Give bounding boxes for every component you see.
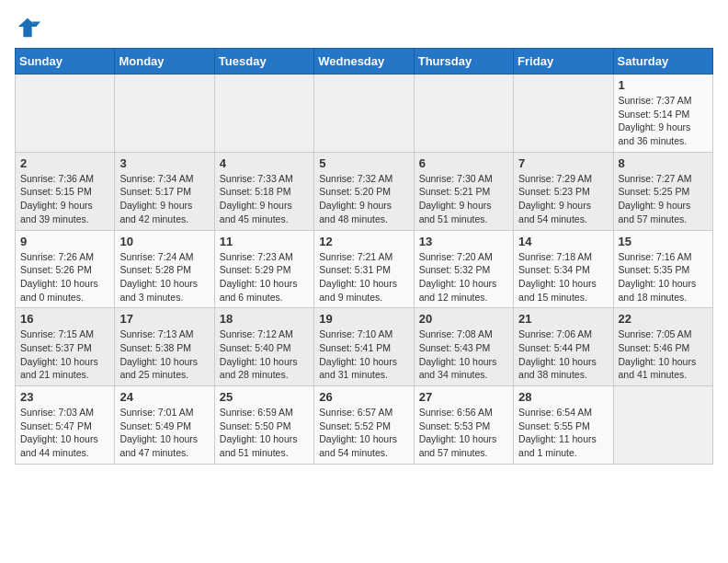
day-info: Sunrise: 6:54 AM Sunset: 5:55 PM Dayligh… bbox=[518, 406, 608, 460]
day-number: 3 bbox=[119, 156, 209, 170]
day-info: Sunrise: 7:16 AM Sunset: 5:35 PM Dayligh… bbox=[619, 250, 708, 304]
day-number: 23 bbox=[20, 390, 109, 404]
day-number: 15 bbox=[619, 235, 708, 248]
calendar-cell bbox=[514, 75, 613, 153]
day-info: Sunrise: 7:29 AM Sunset: 5:23 PM Dayligh… bbox=[518, 172, 608, 226]
day-info: Sunrise: 7:20 AM Sunset: 5:32 PM Dayligh… bbox=[419, 250, 508, 304]
day-info: Sunrise: 7:33 AM Sunset: 5:18 PM Dayligh… bbox=[220, 172, 309, 226]
day-number: 21 bbox=[518, 312, 608, 326]
day-info: Sunrise: 7:08 AM Sunset: 5:43 PM Dayligh… bbox=[419, 327, 508, 382]
day-number: 24 bbox=[119, 390, 209, 404]
calendar-cell: 10Sunrise: 7:24 AM Sunset: 5:28 PM Dayli… bbox=[115, 230, 214, 308]
day-number: 14 bbox=[518, 235, 608, 248]
calendar-cell: 16Sunrise: 7:15 AM Sunset: 5:37 PM Dayli… bbox=[16, 308, 115, 386]
day-info: Sunrise: 7:03 AM Sunset: 5:47 PM Dayligh… bbox=[20, 406, 109, 460]
day-info: Sunrise: 7:36 AM Sunset: 5:15 PM Dayligh… bbox=[20, 172, 109, 226]
day-info: Sunrise: 7:12 AM Sunset: 5:40 PM Dayligh… bbox=[220, 327, 309, 382]
calendar-cell: 13Sunrise: 7:20 AM Sunset: 5:32 PM Dayli… bbox=[414, 230, 513, 308]
day-number: 4 bbox=[220, 156, 309, 170]
day-info: Sunrise: 7:21 AM Sunset: 5:31 PM Dayligh… bbox=[319, 250, 408, 304]
day-number: 5 bbox=[319, 156, 408, 170]
day-number: 8 bbox=[619, 156, 708, 170]
day-number: 28 bbox=[518, 390, 608, 404]
calendar-cell: 17Sunrise: 7:13 AM Sunset: 5:38 PM Dayli… bbox=[115, 308, 214, 386]
calendar-cell: 19Sunrise: 7:10 AM Sunset: 5:41 PM Dayli… bbox=[314, 308, 414, 386]
calendar-cell: 2Sunrise: 7:36 AM Sunset: 5:15 PM Daylig… bbox=[16, 152, 115, 230]
day-number: 2 bbox=[20, 156, 109, 170]
day-number: 1 bbox=[619, 78, 708, 92]
calendar-cell: 21Sunrise: 7:06 AM Sunset: 5:44 PM Dayli… bbox=[514, 308, 613, 386]
day-info: Sunrise: 7:23 AM Sunset: 5:29 PM Dayligh… bbox=[220, 250, 309, 304]
day-info: Sunrise: 7:37 AM Sunset: 5:14 PM Dayligh… bbox=[619, 94, 708, 148]
day-info: Sunrise: 6:59 AM Sunset: 5:50 PM Dayligh… bbox=[220, 406, 309, 460]
col-header-monday: Monday bbox=[115, 49, 214, 75]
calendar-cell: 3Sunrise: 7:34 AM Sunset: 5:17 PM Daylig… bbox=[115, 152, 214, 230]
day-info: Sunrise: 7:24 AM Sunset: 5:28 PM Dayligh… bbox=[119, 250, 209, 304]
day-info: Sunrise: 7:26 AM Sunset: 5:26 PM Dayligh… bbox=[20, 250, 109, 304]
calendar-table: SundayMondayTuesdayWednesdayThursdayFrid… bbox=[15, 48, 713, 465]
calendar-cell: 11Sunrise: 7:23 AM Sunset: 5:29 PM Dayli… bbox=[214, 230, 313, 308]
calendar-cell: 9Sunrise: 7:26 AM Sunset: 5:26 PM Daylig… bbox=[16, 230, 115, 308]
calendar-cell: 5Sunrise: 7:32 AM Sunset: 5:20 PM Daylig… bbox=[314, 152, 414, 230]
calendar-cell bbox=[613, 386, 712, 465]
day-number: 10 bbox=[119, 235, 209, 248]
calendar-cell: 23Sunrise: 7:03 AM Sunset: 5:47 PM Dayli… bbox=[16, 386, 115, 465]
day-info: Sunrise: 7:34 AM Sunset: 5:17 PM Dayligh… bbox=[119, 172, 209, 226]
calendar-cell: 7Sunrise: 7:29 AM Sunset: 5:23 PM Daylig… bbox=[514, 152, 613, 230]
calendar-cell bbox=[214, 75, 313, 153]
day-number: 18 bbox=[220, 312, 309, 326]
day-info: Sunrise: 7:01 AM Sunset: 5:49 PM Dayligh… bbox=[119, 406, 209, 460]
calendar-cell: 6Sunrise: 7:30 AM Sunset: 5:21 PM Daylig… bbox=[414, 152, 513, 230]
calendar-cell: 27Sunrise: 6:56 AM Sunset: 5:53 PM Dayli… bbox=[414, 386, 513, 465]
day-number: 26 bbox=[319, 390, 408, 404]
day-info: Sunrise: 7:32 AM Sunset: 5:20 PM Dayligh… bbox=[319, 172, 408, 226]
calendar-cell: 28Sunrise: 6:54 AM Sunset: 5:55 PM Dayli… bbox=[514, 386, 613, 465]
col-header-saturday: Saturday bbox=[613, 49, 712, 75]
day-number: 11 bbox=[220, 235, 309, 248]
col-header-sunday: Sunday bbox=[16, 49, 115, 75]
day-number: 25 bbox=[220, 390, 309, 404]
calendar-cell: 22Sunrise: 7:05 AM Sunset: 5:46 PM Dayli… bbox=[613, 308, 712, 386]
page-header bbox=[15, 15, 713, 40]
day-number: 27 bbox=[419, 390, 508, 404]
calendar-cell bbox=[16, 75, 115, 153]
day-number: 12 bbox=[319, 235, 408, 248]
calendar-cell: 15Sunrise: 7:16 AM Sunset: 5:35 PM Dayli… bbox=[613, 230, 712, 308]
day-number: 9 bbox=[20, 235, 109, 248]
day-number: 6 bbox=[419, 156, 508, 170]
calendar-cell: 12Sunrise: 7:21 AM Sunset: 5:31 PM Dayli… bbox=[314, 230, 414, 308]
day-info: Sunrise: 7:15 AM Sunset: 5:37 PM Dayligh… bbox=[20, 327, 109, 382]
calendar-cell: 1Sunrise: 7:37 AM Sunset: 5:14 PM Daylig… bbox=[613, 75, 712, 153]
calendar-cell: 25Sunrise: 6:59 AM Sunset: 5:50 PM Dayli… bbox=[214, 386, 313, 465]
day-number: 16 bbox=[20, 312, 109, 326]
col-header-wednesday: Wednesday bbox=[314, 49, 414, 75]
calendar-cell: 4Sunrise: 7:33 AM Sunset: 5:18 PM Daylig… bbox=[214, 152, 313, 230]
day-number: 7 bbox=[518, 156, 608, 170]
calendar-cell: 26Sunrise: 6:57 AM Sunset: 5:52 PM Dayli… bbox=[314, 386, 414, 465]
col-header-thursday: Thursday bbox=[414, 49, 513, 75]
logo-icon bbox=[15, 15, 40, 40]
logo bbox=[15, 15, 44, 40]
calendar-cell bbox=[115, 75, 214, 153]
calendar-cell: 18Sunrise: 7:12 AM Sunset: 5:40 PM Dayli… bbox=[214, 308, 313, 386]
calendar-cell: 14Sunrise: 7:18 AM Sunset: 5:34 PM Dayli… bbox=[514, 230, 613, 308]
day-info: Sunrise: 7:30 AM Sunset: 5:21 PM Dayligh… bbox=[419, 172, 508, 226]
day-info: Sunrise: 7:06 AM Sunset: 5:44 PM Dayligh… bbox=[518, 327, 608, 382]
calendar-cell bbox=[314, 75, 414, 153]
day-number: 13 bbox=[419, 235, 508, 248]
calendar-cell: 20Sunrise: 7:08 AM Sunset: 5:43 PM Dayli… bbox=[414, 308, 513, 386]
day-info: Sunrise: 7:27 AM Sunset: 5:25 PM Dayligh… bbox=[619, 172, 708, 226]
col-header-friday: Friday bbox=[514, 49, 613, 75]
day-info: Sunrise: 7:18 AM Sunset: 5:34 PM Dayligh… bbox=[518, 250, 608, 304]
calendar-cell: 8Sunrise: 7:27 AM Sunset: 5:25 PM Daylig… bbox=[613, 152, 712, 230]
day-info: Sunrise: 7:05 AM Sunset: 5:46 PM Dayligh… bbox=[619, 327, 708, 382]
calendar-cell bbox=[414, 75, 513, 153]
day-info: Sunrise: 6:56 AM Sunset: 5:53 PM Dayligh… bbox=[419, 406, 508, 460]
col-header-tuesday: Tuesday bbox=[214, 49, 313, 75]
day-info: Sunrise: 6:57 AM Sunset: 5:52 PM Dayligh… bbox=[319, 406, 408, 460]
day-number: 20 bbox=[419, 312, 508, 326]
day-number: 22 bbox=[619, 312, 708, 326]
day-info: Sunrise: 7:10 AM Sunset: 5:41 PM Dayligh… bbox=[319, 327, 408, 382]
day-number: 17 bbox=[119, 312, 209, 326]
day-number: 19 bbox=[319, 312, 408, 326]
